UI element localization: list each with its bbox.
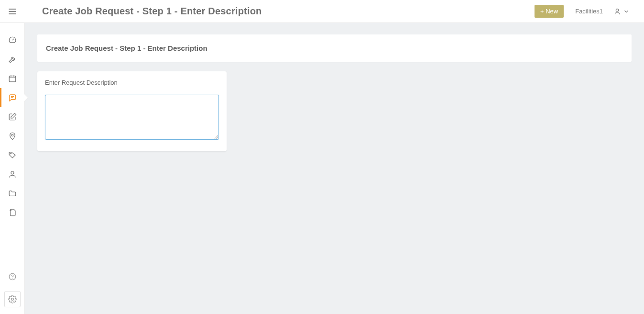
hamburger-icon bbox=[8, 7, 17, 16]
tag-icon bbox=[8, 151, 17, 159]
user-icon bbox=[614, 8, 622, 15]
svg-point-13 bbox=[11, 171, 14, 174]
sidebar-item-requests[interactable] bbox=[0, 88, 24, 107]
svg-point-11 bbox=[11, 135, 13, 136]
sidebar-item-dashboard[interactable] bbox=[0, 31, 24, 50]
sidebar-item-compose[interactable] bbox=[0, 107, 24, 126]
topbar: Create Job Request - Step 1 - Enter Desc… bbox=[0, 0, 644, 23]
svg-line-4 bbox=[12, 39, 14, 40]
help-icon bbox=[8, 272, 17, 281]
sidebar bbox=[0, 23, 25, 314]
chat-icon bbox=[8, 93, 17, 102]
chevron-down-icon bbox=[623, 8, 630, 15]
documents-icon bbox=[8, 208, 17, 217]
page-title: Create Job Request - Step 1 - Enter Desc… bbox=[42, 6, 262, 17]
description-card: Enter Request Description bbox=[37, 71, 227, 151]
pin-icon bbox=[8, 132, 17, 140]
menu-toggle[interactable] bbox=[0, 7, 25, 16]
calendar-icon bbox=[8, 74, 17, 83]
description-textarea[interactable] bbox=[45, 95, 219, 140]
gauge-icon bbox=[8, 36, 17, 45]
svg-point-3 bbox=[616, 9, 618, 11]
sidebar-item-people[interactable] bbox=[0, 165, 24, 184]
folder-icon bbox=[8, 189, 17, 198]
sidebar-item-assets[interactable] bbox=[0, 146, 24, 165]
new-button[interactable]: + New bbox=[535, 5, 564, 18]
svg-point-12 bbox=[10, 153, 11, 154]
wrench-icon bbox=[8, 55, 17, 64]
edit-icon bbox=[8, 112, 17, 121]
panel-header: Create Job Request - Step 1 - Enter Desc… bbox=[37, 34, 632, 62]
svg-point-15 bbox=[12, 278, 12, 279]
user-name[interactable]: Facilities1 bbox=[575, 8, 603, 15]
gear-icon bbox=[8, 295, 17, 303]
user-icon bbox=[8, 170, 17, 179]
description-label: Enter Request Description bbox=[45, 79, 219, 86]
topbar-right: + New Facilities1 bbox=[535, 5, 644, 18]
svg-rect-5 bbox=[9, 76, 16, 82]
sidebar-item-maintenance[interactable] bbox=[0, 50, 24, 69]
sidebar-item-documents[interactable] bbox=[0, 203, 24, 222]
svg-point-16 bbox=[11, 298, 13, 301]
main-content: Create Job Request - Step 1 - Enter Desc… bbox=[25, 23, 644, 314]
sidebar-item-settings[interactable] bbox=[4, 291, 21, 307]
sidebar-item-files[interactable] bbox=[0, 184, 24, 203]
panel-title: Create Job Request - Step 1 - Enter Desc… bbox=[46, 44, 623, 52]
sidebar-item-calendar[interactable] bbox=[0, 69, 24, 88]
user-menu[interactable] bbox=[614, 8, 630, 15]
sidebar-item-help[interactable] bbox=[0, 267, 24, 286]
sidebar-item-locations[interactable] bbox=[0, 126, 24, 146]
